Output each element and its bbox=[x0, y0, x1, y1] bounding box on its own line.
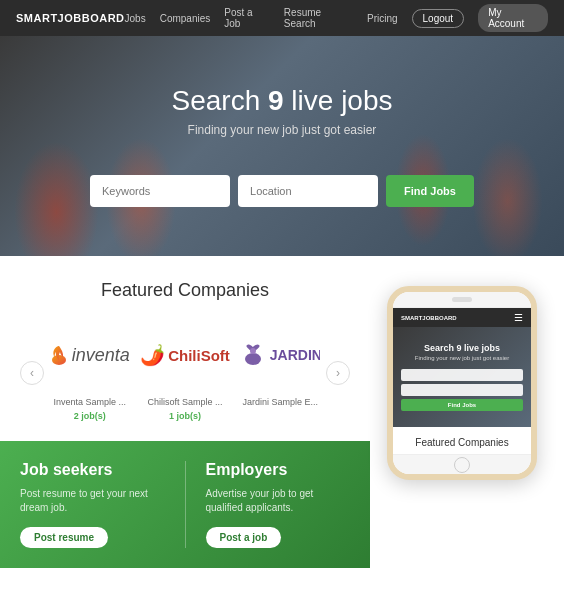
jardini-logo: JARDIN bbox=[239, 341, 320, 369]
phone-hero: Search 9 live jobs Finding your new job … bbox=[393, 327, 531, 427]
inventa-logo: inventa bbox=[50, 344, 130, 366]
prev-company-button[interactable]: ‹ bbox=[20, 361, 44, 385]
featured-title: Featured Companies bbox=[20, 280, 350, 301]
company-card-jardini: JARDIN Jardini Sample E... bbox=[241, 325, 320, 421]
company-logo-inventa: inventa bbox=[50, 325, 129, 385]
jardini-text: JARDIN bbox=[270, 347, 320, 363]
jardini-name: Jardini Sample E... bbox=[243, 397, 319, 407]
phone-find-text: Find Jobs bbox=[448, 402, 476, 408]
job-seekers-title: Job seekers bbox=[20, 461, 165, 479]
header: SMARTJOBBOARD Jobs Companies Post a Job … bbox=[0, 0, 564, 36]
hero-subtitle: Finding your new job just got easier bbox=[171, 123, 392, 137]
company-card-chilisoft: 🌶️ ChiliSoft Chilisoft Sample ... 1 job(… bbox=[145, 325, 224, 421]
phone-location-input[interactable] bbox=[401, 384, 523, 396]
inventa-jobs: 2 job(s) bbox=[74, 411, 106, 421]
jardini-bird-icon bbox=[239, 341, 267, 369]
left-section: Featured Companies ‹ bbox=[0, 256, 370, 568]
nav-companies[interactable]: Companies bbox=[160, 13, 211, 24]
chilisoft-text: ChiliSoft bbox=[168, 347, 230, 364]
svg-point-1 bbox=[245, 353, 261, 365]
phone-hero-sub: Finding your new job just got easier bbox=[415, 355, 509, 361]
inventa-flame-icon bbox=[50, 344, 68, 366]
next-company-button[interactable]: › bbox=[326, 361, 350, 385]
logout-button[interactable]: Logout bbox=[412, 9, 465, 28]
find-jobs-button[interactable]: Find Jobs bbox=[386, 175, 474, 207]
employers-text: Advertise your job to get qualified appl… bbox=[206, 487, 351, 515]
section-divider bbox=[185, 461, 186, 548]
chilisoft-logo: 🌶️ ChiliSoft bbox=[140, 343, 230, 367]
main-nav: Jobs Companies Post a Job Resume Search … bbox=[125, 4, 548, 32]
hero-title-suffix: live jobs bbox=[284, 85, 393, 116]
company-logo-jardini: JARDIN bbox=[241, 325, 320, 385]
phone-screen: SMARTJOBBOARD ☰ Search 9 live jobs Findi… bbox=[393, 308, 531, 454]
employers-title: Employers bbox=[206, 461, 351, 479]
phone-input-group: Find Jobs bbox=[401, 369, 523, 411]
phone-home-button[interactable] bbox=[454, 457, 470, 473]
companies-row: ‹ bbox=[20, 325, 350, 421]
hero-content: Search 9 live jobs Finding your new job … bbox=[171, 85, 392, 155]
company-card-inventa: inventa Inventa Sample ... 2 job(s) bbox=[50, 325, 129, 421]
hero-job-count: 9 bbox=[268, 85, 284, 116]
hero-title: Search 9 live jobs bbox=[171, 85, 392, 117]
job-seekers-text: Post resume to get your next dream job. bbox=[20, 487, 165, 515]
chili-pepper-icon: 🌶️ bbox=[140, 343, 165, 367]
location-input[interactable] bbox=[238, 175, 378, 207]
svg-point-2 bbox=[250, 348, 256, 354]
main-layout: Featured Companies ‹ bbox=[0, 256, 564, 568]
green-cta-section: Job seekers Post resume to get your next… bbox=[0, 441, 370, 568]
inventa-info: Inventa Sample ... 2 job(s) bbox=[50, 397, 129, 421]
phone-speaker bbox=[452, 297, 472, 302]
hero-search-bar: Find Jobs bbox=[90, 175, 474, 207]
hero-title-prefix: Search bbox=[171, 85, 268, 116]
phone-hero-text: Search 9 live jobs bbox=[424, 343, 500, 353]
phone-mockup-section: SMARTJOBBOARD ☰ Search 9 live jobs Findi… bbox=[370, 256, 564, 568]
chilisoft-jobs: 1 job(s) bbox=[169, 411, 201, 421]
post-resume-button[interactable]: Post resume bbox=[20, 527, 108, 548]
phone-home-bar bbox=[393, 454, 531, 474]
inventa-name: Inventa Sample ... bbox=[53, 397, 126, 407]
site-logo: SMARTJOBBOARD bbox=[16, 12, 125, 24]
nav-jobs[interactable]: Jobs bbox=[125, 13, 146, 24]
nav-post-job[interactable]: Post a Job bbox=[224, 7, 270, 29]
nav-resume-search[interactable]: Resume Search bbox=[284, 7, 353, 29]
phone-top-bar bbox=[393, 292, 531, 308]
nav-pricing[interactable]: Pricing bbox=[367, 13, 398, 24]
chilisoft-info: Chilisoft Sample ... 1 job(s) bbox=[145, 397, 224, 421]
inventa-text: inventa bbox=[72, 345, 130, 366]
my-account-button[interactable]: My Account bbox=[478, 4, 548, 32]
phone-device: SMARTJOBBOARD ☰ Search 9 live jobs Findi… bbox=[387, 286, 537, 480]
job-seekers-card: Job seekers Post resume to get your next… bbox=[20, 461, 165, 548]
hero-section: Search 9 live jobs Finding your new job … bbox=[0, 36, 564, 256]
company-logo-chilisoft: 🌶️ ChiliSoft bbox=[145, 325, 224, 385]
post-job-button[interactable]: Post a job bbox=[206, 527, 282, 548]
keyword-input[interactable] bbox=[90, 175, 230, 207]
phone-menu-icon[interactable]: ☰ bbox=[514, 312, 523, 323]
phone-header: SMARTJOBBOARD ☰ bbox=[393, 308, 531, 327]
companies-list: inventa Inventa Sample ... 2 job(s) 🌶️ bbox=[50, 325, 320, 421]
jardini-info: Jardini Sample E... bbox=[241, 397, 320, 407]
phone-find-button[interactable]: Find Jobs bbox=[401, 399, 523, 411]
phone-keyword-input[interactable] bbox=[401, 369, 523, 381]
featured-companies-section: Featured Companies ‹ bbox=[0, 256, 370, 441]
phone-logo: SMARTJOBBOARD bbox=[401, 315, 457, 321]
chilisoft-name: Chilisoft Sample ... bbox=[147, 397, 222, 407]
phone-featured-title: Featured Companies bbox=[393, 427, 531, 454]
employers-card: Employers Advertise your job to get qual… bbox=[206, 461, 351, 548]
